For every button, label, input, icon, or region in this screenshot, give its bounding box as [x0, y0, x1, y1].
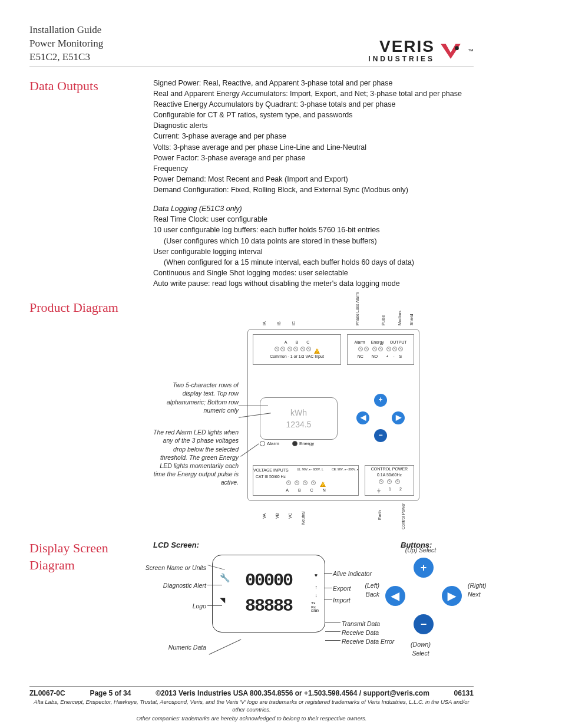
body-line: Current: 3-phase average and per phase	[153, 132, 286, 140]
sub-line: Continuous and Single Shot logging modes…	[153, 269, 348, 277]
footer-page: Page 5 of 34	[90, 689, 131, 697]
terminal-outputs: Alarm Energy OUTPUT NC NO + - S	[347, 334, 414, 365]
vlabel-ia: IA	[262, 322, 267, 326]
ann-alive: Alive Indicator	[333, 569, 372, 578]
warning-icon	[314, 348, 320, 354]
button-up[interactable]: +	[414, 558, 434, 578]
section-data-outputs: Data Outputs Signed Power: Real, Reactiv…	[29, 78, 474, 289]
button-down[interactable]: −	[414, 614, 434, 634]
wrench-icon: 🔧	[220, 572, 230, 584]
term-label: Energy	[371, 340, 384, 345]
button-right[interactable]: ▶	[392, 411, 405, 424]
ann-err: Receive Data Error	[342, 637, 394, 646]
device-outline: A B C Common - 1 or 1/3 VAC Input Alarm …	[247, 329, 419, 501]
terminal-voltage-inputs: VOLTAGE INPUTS UL: 90V₋ₙ - 600V₋L CE: 90…	[253, 465, 359, 496]
led-energy-label: Energy	[299, 440, 314, 447]
diagram-body: IA IB IC Phase Loss Alarm Pulse Modbus S…	[153, 299, 474, 529]
vlabel-earth: Earth	[377, 510, 383, 520]
body-line: Power Demand: Most Recent and Peak (Impo…	[153, 175, 348, 183]
page-header: Installation Guide Power Monitoring E51C…	[29, 24, 474, 67]
term-label: A	[286, 487, 289, 493]
button-left[interactable]: ◀	[385, 586, 405, 606]
body-line: Power Factor: 3-phase average and per ph…	[153, 154, 306, 162]
vlabel-vc: VC	[287, 513, 293, 519]
section-body: Signed Power: Real, Reactive, and Appare…	[153, 78, 474, 289]
vlabel-ctrlpwr: Control Power	[401, 503, 406, 529]
ann-diag: Diagnostic Alert	[141, 581, 206, 590]
body-line: Configurable for CT & PT ratios, system …	[153, 111, 353, 119]
term-spec: UL: 90V₋ₙ - 600V₋L	[297, 467, 323, 473]
ann-numeric: Numeric Data	[141, 643, 206, 652]
ann-btn-right: (Right) Next	[468, 581, 497, 599]
vlabel-shield: Shield	[409, 314, 415, 325]
header-line1: Installation Guide	[29, 24, 103, 37]
term-label: NO	[372, 354, 378, 360]
sub-line: (User configures which 10 data points ar…	[164, 237, 377, 245]
lcd-heading: LCD Screen:	[153, 540, 199, 551]
logo-veris-text: VERIS	[368, 38, 435, 55]
header-line3: E51C2, E51C3	[29, 51, 103, 64]
body-line: Frequency	[153, 164, 188, 173]
ann-btn-left: (Left) Back	[350, 581, 379, 599]
vlabel-phaseloss: Phase Loss Alarm	[355, 292, 361, 325]
lcd-row1: kWh	[290, 407, 307, 419]
seg-row2: 88888	[245, 594, 292, 620]
body-line: Real and Apparent Energy Accumulators: I…	[153, 90, 462, 98]
section-display-diagram: Display Screen Diagram LCD Screen: Butto…	[29, 540, 474, 676]
ann-btn-down: (Down) Select	[403, 640, 438, 658]
ann-screen-name: Screen Name or Units	[141, 564, 206, 572]
lcd-row2: 1234.5	[286, 419, 312, 430]
term-label: B	[298, 487, 301, 493]
warning-icon	[320, 482, 326, 487]
section-product-diagram: Product Diagram IA IB IC Phase Loss Alar…	[29, 299, 474, 529]
button-down[interactable]: −	[374, 429, 387, 442]
ground-icon: ⏚	[377, 486, 381, 495]
comm-indicators: Tx Rx ERR	[311, 601, 319, 613]
ann-btn-up: (Up) Select	[403, 546, 438, 555]
term-label: Alarm	[354, 340, 365, 345]
header-text: Installation Guide Power Monitoring E51C…	[29, 24, 103, 64]
button-dpad-big: + − ◀ ▶	[385, 558, 462, 634]
ann-logo: Logo	[141, 602, 206, 611]
button-dpad: + − ◀ ▶	[360, 397, 401, 439]
terminal-ct-inputs: A B C Common - 1 or 1/3 VAC Input	[253, 334, 341, 365]
term-cat: CAT III 50/60 Hz	[253, 474, 286, 480]
lcd-screen: kWh 1234.5	[260, 397, 338, 440]
vlabel-va: VA	[262, 513, 267, 519]
svg-point-0	[455, 46, 459, 50]
led-row: Alarm Energy	[260, 440, 314, 447]
page-footer: ZL0067-0C Page 5 of 34 ©2013 Veris Indus…	[29, 686, 474, 722]
section-title: Product Diagram	[29, 299, 153, 529]
term-heading: CONTROL POWER	[371, 466, 408, 472]
callout-display-rows: Two 5-character rows of display text. To…	[153, 381, 239, 414]
button-up[interactable]: +	[374, 394, 387, 407]
logo: VERIS INDUSTRIES ™	[368, 38, 474, 64]
term-label: C	[306, 340, 309, 345]
button-left[interactable]: ◀	[356, 411, 369, 424]
term-spec: CE: 90V₋ₙ - 300V₋ₙ	[332, 467, 358, 473]
export-icon: ↑	[315, 584, 318, 591]
vlabel-pulse: Pulse	[381, 315, 386, 326]
display-body: LCD Screen: Buttons: Screen Name or Unit…	[153, 540, 474, 676]
logo-icon: ◥	[220, 595, 225, 605]
callout-leds: The red Alarm LED lights when any of the…	[153, 428, 239, 486]
led-alarm-label: Alarm	[267, 440, 279, 447]
body-line: Signed Power: Real, Reactive, and Appare…	[153, 79, 393, 87]
vlabel-modbus: Modbus	[397, 311, 403, 325]
logo-industries-text: INDUSTRIES	[368, 55, 435, 63]
terminal-control-power: CONTROL POWER 0.1A 50/60Hz ⏚ 12	[365, 465, 414, 496]
vlabel-neutral: Neutral	[300, 512, 306, 525]
vlabel-ib: IB	[276, 322, 282, 326]
button-right[interactable]: ▶	[442, 586, 462, 606]
body-line: Volts: 3-phase average and per phase Lin…	[153, 143, 366, 151]
section-title: Display Screen Diagram	[29, 540, 153, 676]
term-label: C	[310, 487, 313, 493]
sub-line: (When configured for a 15 minute interva…	[164, 258, 414, 266]
import-icon: ↓	[315, 592, 318, 599]
footer-fine2: Other companies' trademarks are hereby a…	[29, 715, 474, 723]
ann-tx: Transmit Data	[342, 620, 380, 628]
ann-export: Export	[333, 584, 351, 593]
ann-import: Import	[333, 596, 351, 605]
term-label: A	[285, 340, 287, 345]
term-label: N	[323, 487, 326, 493]
